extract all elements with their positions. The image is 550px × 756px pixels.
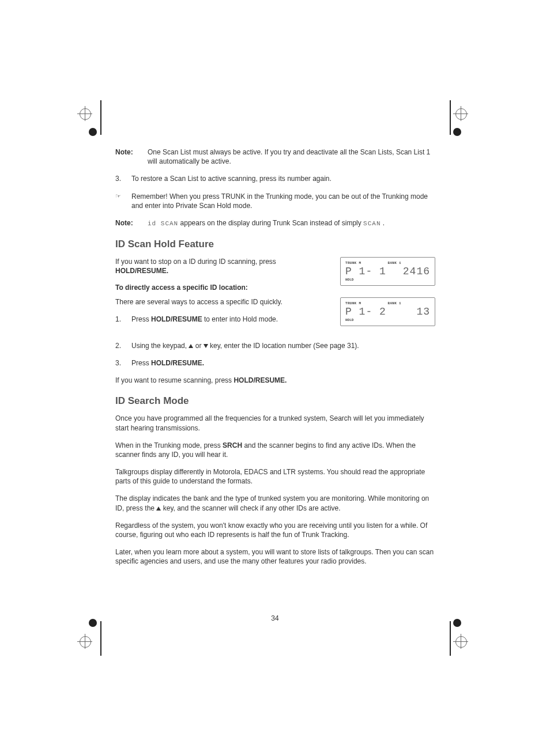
arrow-down-icon [204,344,208,348]
heading-id-scan-hold: ID Scan Hold Feature [115,239,435,250]
note-text: One Scan List must always be active. If … [148,148,435,166]
lcd-value: 13 [416,307,430,317]
lcd-label: BANK 1 [388,261,401,265]
lcd-inline-text: id SCAN [148,220,178,227]
lcd-label: HOLD [345,318,430,322]
paragraph: If you want to stop on a ID during ID sc… [115,257,323,275]
paragraph: If you want to resume scanning, press HO… [115,376,435,385]
page-number: 34 [0,614,550,622]
registration-mark [80,108,97,126]
heading-id-search-mode: ID Search Mode [115,395,435,407]
trim-mark [450,621,451,656]
step-text: Press HOLD/RESUME. [131,358,435,368]
lcd-value: 2416 [403,266,430,277]
registration-mark [80,636,97,653]
trim-mark [100,621,101,656]
paragraph: There are several ways to access a speci… [115,297,323,307]
registration-mark [455,636,473,653]
lcd-display: TRUNK M BANK 1 P 1- 1 2416 HOLD [340,257,435,286]
trim-mark [100,100,101,135]
paragraph: Once you have programmed all the frequen… [115,414,435,432]
paragraph: When in the Trunking mode, press SRCH an… [115,441,435,459]
paragraph: Talkgroups display differently in Motoro… [115,467,435,486]
lcd-label: TRUNK M [345,301,388,305]
step-number: 1. [115,315,131,324]
step-number: 3. [115,358,131,368]
note-label: Note: [115,148,148,166]
lcd-inline-text: SCAN [363,220,381,227]
paragraph: Later, when you learn more about a syste… [115,547,435,566]
note-block: Note: id SCAN appears on the display dur… [115,218,435,228]
reminder-block: ☞ Remember! When you press TRUNK in the … [115,192,435,210]
registration-mark [455,108,473,126]
note-label: Note: [115,218,148,228]
step-text: Using the keypad, or key, enter the ID l… [131,341,435,350]
step-number: 3. [115,174,131,183]
page-content: Note: One Scan List must always be activ… [115,148,435,574]
paragraph: The display indicates the bank and the t… [115,494,435,512]
note-block: Note: One Scan List must always be activ… [115,148,435,166]
hand-point-icon: ☞ [115,192,131,210]
paragraph: Regardless of the system, you won't know… [115,521,435,539]
registration-dot [89,128,97,136]
step-text: To restore a Scan List to active scannin… [131,174,435,183]
list-item: 1. Press HOLD/RESUME to enter into Hold … [115,315,323,324]
list-item: 3. To restore a Scan List to active scan… [115,174,435,183]
list-item: 2. Using the keypad, or key, enter the I… [115,341,435,350]
reminder-text: Remember! When you press TRUNK in the Tr… [131,192,435,210]
registration-dot [453,128,461,136]
note-text: id SCAN appears on the display during Tr… [148,218,435,228]
sub-heading: To directly access a specific ID locatio… [115,284,323,292]
trim-mark [450,100,451,135]
lcd-label: TRUNK M [345,261,388,265]
step-text: Press HOLD/RESUME to enter into Hold mod… [131,315,323,324]
list-item: 3. Press HOLD/RESUME. [115,358,435,368]
step-number: 2. [115,341,131,350]
lcd-label: BANK 1 [388,301,401,305]
lcd-value: P 1- 2 [345,307,386,317]
lcd-display: TRUNK M BANK 1 P 1- 2 13 HOLD [340,297,435,326]
lcd-label: HOLD [345,278,430,282]
lcd-value: P 1- 1 [345,266,386,277]
